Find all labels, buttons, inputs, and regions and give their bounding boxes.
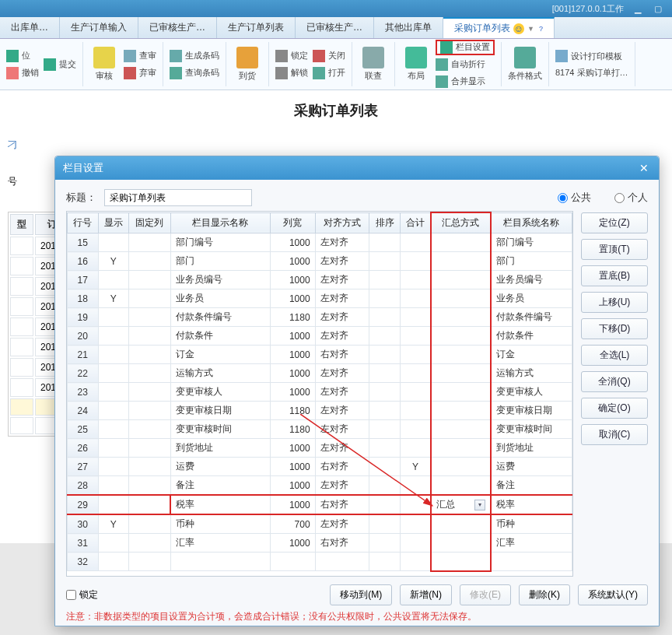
page-title: 采购订单列表	[0, 90, 672, 131]
side-button[interactable]: 确定(O)	[581, 398, 648, 419]
foot-button[interactable]: 系统默认(Y)	[578, 584, 648, 605]
table-row[interactable]: 24变更审核日期1180左对齐变更审核日期	[68, 402, 572, 420]
warning-note: 注意：非数据类型的项目设置为合计项，会造成合计错误；没有公共权限时，公共设置将无…	[66, 610, 648, 623]
table-row[interactable]: 22运输方式1000左对齐运输方式	[68, 364, 572, 383]
column-settings-dialog: 栏目设置 ✕ 标题： 公共 个人 行号显示固定列栏目显示名称列宽对齐方式排序合计…	[54, 156, 660, 626]
tab-0[interactable]: 出库单…	[0, 17, 60, 38]
col-header[interactable]: 对齐方式	[315, 212, 369, 233]
col-header[interactable]: 列宽	[270, 212, 315, 233]
tab-1[interactable]: 生产订单输入	[60, 17, 138, 38]
bg-close-link[interactable]: 刁	[8, 139, 17, 150]
foot-button[interactable]: 删除(K)	[519, 584, 570, 605]
table-row[interactable]: 19付款条件编号1180左对齐付款条件编号	[68, 308, 572, 327]
titlebar: [001]127.0.0.1工作 ▁ ▢	[0, 0, 672, 17]
ribbon-merge-display[interactable]: 合并显示	[436, 74, 495, 89]
table-row[interactable]: 25变更审核时间1180左对齐变更审核时间	[68, 420, 572, 439]
table-row[interactable]: 15部门编号1000左对齐部门编号	[68, 233, 572, 252]
foot-button[interactable]: 新增(N)	[400, 584, 452, 605]
col-header[interactable]: 汇总方式	[431, 212, 491, 233]
title-host: [001]127.0.0.1工作	[552, 3, 624, 15]
lock-checkbox[interactable]: 锁定	[66, 588, 98, 602]
dialog-titlebar: 栏目设置 ✕	[55, 156, 659, 180]
side-button[interactable]: 下移(D)	[581, 318, 648, 339]
ribbon-close[interactable]: 关闭	[313, 48, 345, 64]
radio-personal[interactable]: 个人	[614, 191, 648, 205]
side-buttons: 定位(Z)置顶(T)置底(B)上移(U)下移(D)全选(L)全消(Q)确定(O)…	[581, 211, 648, 577]
col-header[interactable]: 行号	[68, 212, 99, 233]
side-button[interactable]: 取消(C)	[581, 424, 648, 445]
table-row[interactable]: 23变更审核人1000左对齐变更审核人	[68, 383, 572, 402]
tab-3[interactable]: 生产订单列表	[217, 17, 296, 38]
chevron-down-icon[interactable]: ▾	[474, 500, 485, 510]
table-row[interactable]: 21订金1000右对齐订金	[68, 346, 572, 364]
ribbon-conditional-fmt[interactable]: 条件格式	[508, 47, 542, 82]
side-button[interactable]: 上移(U)	[581, 292, 648, 313]
col-header[interactable]: 合计	[400, 212, 431, 233]
side-button[interactable]: 置顶(T)	[581, 239, 648, 260]
title-input[interactable]	[104, 189, 252, 206]
tab-4[interactable]: 已审核生产…	[296, 17, 374, 38]
ribbon-abandon[interactable]: 弃审	[124, 65, 156, 81]
restore-icon[interactable]: ▢	[652, 2, 664, 15]
dialog-title: 栏目设置	[63, 161, 103, 175]
ribbon-audit[interactable]: 审核	[89, 47, 119, 82]
table-row[interactable]: 28备注1000左对齐备注	[68, 476, 572, 496]
table-row[interactable]: 31汇率1000右对齐汇率	[68, 534, 572, 553]
table-row[interactable]: 29税率1000右对齐汇总▾税率	[68, 495, 572, 514]
ribbon-unlock[interactable]: 解锁	[275, 65, 308, 81]
ribbon-check-audit[interactable]: 查审	[124, 48, 156, 64]
table-row[interactable]: 26到货地址1000左对齐到货地址	[68, 439, 572, 458]
table-row[interactable]: 32	[68, 553, 572, 571]
ribbon-undo[interactable]: 撤销	[6, 65, 39, 81]
ribbon-design-print[interactable]: 设计打印模板	[555, 48, 628, 64]
ribbon-position[interactable]: 位	[6, 48, 39, 64]
col-header[interactable]: 显示	[98, 212, 129, 233]
ribbon-query-barcode[interactable]: 查询条码	[170, 65, 219, 81]
side-button[interactable]: 全选(L)	[581, 345, 648, 366]
table-row[interactable]: 17业务员编号1000左对齐业务员编号	[68, 271, 572, 289]
main-tabs: 出库单…生产订单输入已审核生产…生产订单列表已审核生产…其他出库单采购订单列表☺…	[0, 17, 672, 39]
ribbon-column-settings[interactable]: 栏目设置	[436, 40, 495, 55]
col-header[interactable]: 栏目显示名称	[170, 212, 270, 233]
col-header[interactable]: 排序	[369, 212, 401, 233]
ribbon-layout[interactable]: 布局	[401, 47, 431, 82]
table-row[interactable]: 16Y部门1000左对齐部门	[68, 252, 572, 271]
title-label: 标题：	[66, 191, 96, 205]
ribbon-print-item[interactable]: 8174 采购订单打…	[555, 65, 628, 80]
tab-6[interactable]: 采购订单列表☺▼?	[443, 17, 555, 38]
grid[interactable]: 行号显示固定列栏目显示名称列宽对齐方式排序合计汇总方式栏目系统名称 15部门编号…	[66, 211, 573, 577]
foot-button[interactable]: 移动到(M)	[330, 584, 392, 605]
col-header[interactable]: 栏目系统名称	[491, 212, 572, 233]
ribbon-open[interactable]: 打开	[313, 65, 345, 81]
tab-2[interactable]: 已审核生产…	[138, 17, 217, 38]
minimize-icon[interactable]: ▁	[632, 2, 644, 15]
radio-public[interactable]: 公共	[558, 191, 591, 205]
ribbon: 位 撤销 提交 审核 查审 弃审 生成条码 查询条码 到货 锁定 解锁 关闭 打…	[0, 39, 672, 90]
side-button[interactable]: 定位(Z)	[581, 212, 648, 233]
ribbon-auto-wrap[interactable]: 自动折行	[436, 57, 495, 72]
table-row[interactable]: 18Y业务员1000左对齐业务员	[68, 289, 572, 308]
ribbon-lock[interactable]: 锁定	[275, 48, 308, 64]
tab-5[interactable]: 其他出库单	[374, 17, 443, 38]
foot-button: 修改(E)	[460, 584, 511, 605]
table-row[interactable]: 27运费1000右对齐Y运费	[68, 458, 572, 476]
table-row[interactable]: 20付款条件1000左对齐付款条件	[68, 327, 572, 346]
table-row[interactable]: 30Y币种700左对齐币种	[68, 514, 572, 534]
side-button[interactable]: 全消(Q)	[581, 371, 648, 392]
ribbon-linked-query[interactable]: 联查	[359, 47, 388, 82]
ribbon-submit[interactable]: 提交	[44, 57, 76, 72]
side-button[interactable]: 置底(B)	[581, 265, 648, 286]
ribbon-arrival[interactable]: 到货	[233, 47, 262, 82]
ribbon-gen-barcode[interactable]: 生成条码	[170, 48, 219, 64]
close-icon[interactable]: ✕	[637, 161, 651, 175]
col-header[interactable]: 固定列	[129, 212, 171, 233]
